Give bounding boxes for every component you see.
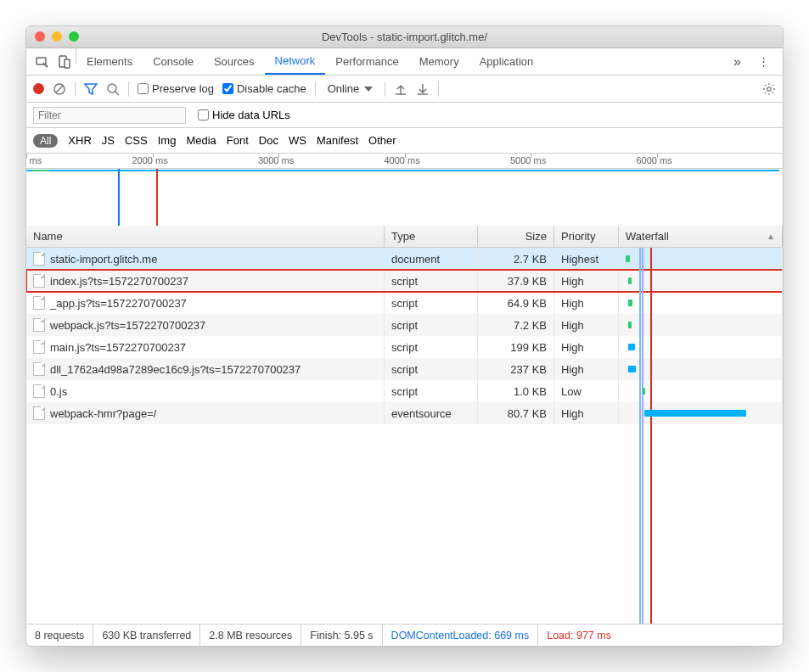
more-tabs-button[interactable]: » (725, 48, 750, 75)
request-waterfall (619, 336, 783, 358)
status-load: Load: 977 ms (538, 624, 620, 646)
request-waterfall (619, 248, 783, 270)
type-filter-media[interactable]: Media (186, 134, 216, 147)
file-icon (33, 274, 45, 288)
record-button[interactable] (33, 83, 44, 94)
filter-bar: Hide data URLs (26, 103, 783, 128)
disable-cache-label: Disable cache (237, 82, 306, 95)
timeline-tick: 6000 ms (637, 155, 672, 165)
svg-rect-2 (65, 59, 70, 68)
request-name: _app.js?ts=1572270700237 (50, 297, 187, 310)
timeline-tick: 4000 ms (385, 155, 420, 165)
table-row[interactable]: main.js?ts=1572270700237script199 KBHigh (26, 336, 783, 358)
request-type: script (385, 336, 478, 358)
clear-icon[interactable] (53, 82, 66, 96)
sort-asc-icon: ▲ (767, 232, 775, 241)
request-name: index.js?ts=1572270700237 (50, 275, 188, 288)
request-type: script (385, 380, 478, 402)
file-icon (33, 362, 45, 376)
inspect-element-icon[interactable] (31, 48, 53, 75)
tab-elements[interactable]: Elements (76, 48, 143, 75)
minimize-window-button[interactable] (52, 31, 62, 42)
svg-point-7 (767, 87, 771, 90)
type-filter-manifest[interactable]: Manifest (317, 134, 358, 147)
request-priority: High (554, 292, 619, 314)
timeline-tick: 2000 ms (132, 155, 168, 165)
type-filter-js[interactable]: JS (102, 134, 115, 147)
close-window-button[interactable] (35, 31, 45, 42)
request-table: Name Type Size Priority Waterfall▲ stati… (26, 226, 783, 624)
throttling-select[interactable]: Online (324, 82, 377, 95)
export-har-icon[interactable] (416, 82, 430, 96)
col-name[interactable]: Name (26, 226, 385, 247)
devtools-window: DevTools - static-import.glitch.me/ Elem… (25, 25, 784, 647)
request-type: script (385, 358, 478, 380)
type-filter-font[interactable]: Font (227, 134, 249, 147)
svg-line-4 (56, 86, 63, 92)
type-filter-ws[interactable]: WS (289, 134, 306, 147)
table-row[interactable]: static-import.glitch.medocument2.7 KBHig… (26, 248, 783, 270)
table-row[interactable]: index.js?ts=1572270700237script37.9 KBHi… (26, 270, 783, 292)
type-filter-css[interactable]: CSS (125, 134, 148, 147)
tab-performance[interactable]: Performance (325, 48, 408, 75)
timeline-tick: 3000 ms (258, 155, 294, 165)
tab-application[interactable]: Application (469, 48, 544, 75)
timeline-tick: 1000 ms (25, 155, 42, 165)
request-type: script (385, 270, 478, 292)
network-settings-icon[interactable] (762, 82, 776, 96)
request-name: webpack-hmr?page=/ (50, 407, 156, 420)
hide-data-urls-checkbox[interactable]: Hide data URLs (198, 109, 290, 121)
file-icon (33, 252, 45, 266)
type-filter-doc[interactable]: Doc (259, 134, 278, 147)
device-toggle-icon[interactable] (53, 48, 76, 75)
request-type: script (385, 314, 478, 336)
resource-type-filter: AllXHRJSCSSImgMediaFontDocWSManifestOthe… (26, 128, 783, 154)
table-row[interactable]: _app.js?ts=1572270700237script64.9 KBHig… (26, 292, 783, 314)
col-type[interactable]: Type (385, 226, 478, 247)
titlebar: DevTools - static-import.glitch.me/ (26, 26, 783, 48)
separator (315, 81, 316, 97)
tab-memory[interactable]: Memory (409, 48, 469, 75)
type-filter-img[interactable]: Img (158, 134, 177, 147)
status-finish: Finish: 5.95 s (301, 624, 382, 646)
tab-console[interactable]: Console (143, 48, 204, 75)
settings-menu-button[interactable]: ⋮ (750, 48, 778, 75)
import-har-icon[interactable] (394, 82, 407, 96)
table-row[interactable]: webpack-hmr?page=/eventsource80.7 KBHigh (26, 402, 783, 424)
request-size: 80.7 KB (478, 402, 554, 424)
zoom-window-button[interactable] (69, 31, 79, 42)
filter-icon[interactable] (84, 82, 98, 96)
table-row[interactable]: 0.jsscript1.0 KBLow (26, 380, 783, 402)
window-title: DevTools - static-import.glitch.me/ (322, 31, 487, 43)
col-size[interactable]: Size (478, 226, 554, 247)
table-row[interactable]: dll_1762a4d98a7289ec16c9.js?ts=157227070… (26, 358, 783, 380)
window-traffic-lights (35, 31, 79, 42)
type-filter-other[interactable]: Other (368, 134, 396, 147)
request-size: 2.7 KB (478, 248, 554, 270)
request-name: main.js?ts=1572270700237 (50, 341, 186, 354)
preserve-log-checkbox[interactable]: Preserve log (138, 82, 214, 95)
table-row[interactable]: webpack.js?ts=1572270700237script7.2 KBH… (26, 314, 783, 336)
hide-data-urls-label: Hide data URLs (212, 109, 290, 121)
svg-line-6 (115, 92, 119, 95)
tab-sources[interactable]: Sources (204, 48, 265, 75)
file-icon (33, 384, 45, 398)
col-waterfall[interactable]: Waterfall▲ (619, 226, 783, 247)
disable-cache-checkbox[interactable]: Disable cache (222, 82, 306, 95)
filter-input[interactable] (33, 107, 186, 124)
request-size: 7.2 KB (478, 314, 554, 336)
request-priority: Low (554, 380, 619, 402)
type-filter-all[interactable]: All (33, 134, 58, 148)
type-filter-xhr[interactable]: XHR (68, 134, 91, 147)
timeline-tick: 5000 ms (510, 155, 546, 165)
request-name: webpack.js?ts=1572270700237 (50, 319, 205, 332)
svg-point-5 (108, 84, 116, 92)
tab-network[interactable]: Network (265, 48, 326, 75)
file-icon (33, 340, 45, 354)
overview-timeline[interactable]: 1000 ms2000 ms3000 ms4000 ms5000 ms6000 … (26, 154, 783, 226)
col-priority[interactable]: Priority (554, 226, 619, 247)
separator (75, 81, 76, 97)
search-icon[interactable] (106, 82, 120, 96)
status-dcl: DOMContentLoaded: 669 ms (383, 624, 539, 646)
request-size: 1.0 KB (478, 380, 554, 402)
